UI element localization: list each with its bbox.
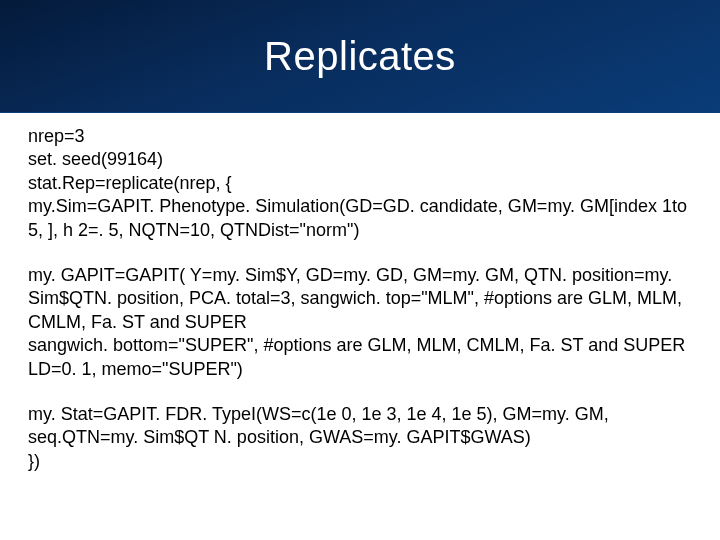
code-line: stat.Rep=replicate(nrep, {: [28, 172, 692, 195]
code-line: my.Sim=GAPIT. Phenotype. Simulation(GD=G…: [28, 195, 692, 242]
slide-title: Replicates: [264, 34, 456, 79]
code-line: my. Stat=GAPIT. FDR. TypeI(WS=c(1e 0, 1e…: [28, 403, 692, 450]
code-line: }): [28, 450, 692, 473]
code-block-3: my. Stat=GAPIT. FDR. TypeI(WS=c(1e 0, 1e…: [28, 403, 692, 473]
code-block-1: nrep=3 set. seed(99164) stat.Rep=replica…: [28, 125, 692, 242]
code-line: my. GAPIT=GAPIT( Y=my. Sim$Y, GD=my. GD,…: [28, 264, 692, 334]
slide: Replicates nrep=3 set. seed(99164) stat.…: [0, 0, 720, 540]
title-bar: Replicates: [0, 0, 720, 113]
code-block-2: my. GAPIT=GAPIT( Y=my. Sim$Y, GD=my. GD,…: [28, 264, 692, 381]
code-line: nrep=3: [28, 125, 692, 148]
code-line: set. seed(99164): [28, 148, 692, 171]
code-line: sangwich. bottom="SUPER", #options are G…: [28, 334, 692, 381]
slide-content: nrep=3 set. seed(99164) stat.Rep=replica…: [0, 113, 720, 507]
